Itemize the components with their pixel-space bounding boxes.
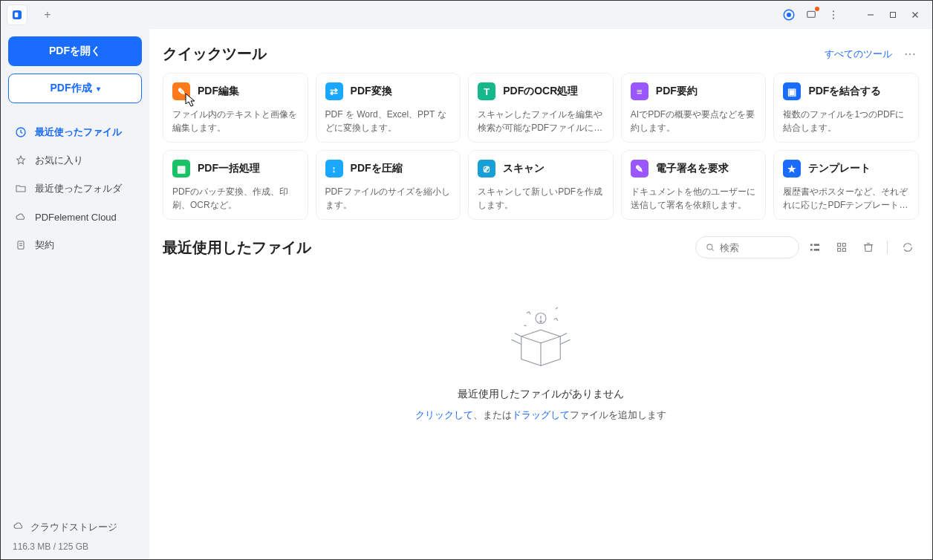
- cloud-storage-label: クラウドストレージ: [30, 521, 117, 534]
- quick-tools-title: クイックツール: [163, 44, 267, 64]
- svg-point-3: [787, 13, 791, 17]
- tool-card-title: PDFを圧縮: [351, 162, 403, 175]
- svg-point-7: [833, 18, 834, 19]
- recent-header: 最近使用したファイル: [163, 236, 919, 258]
- search-icon: [705, 242, 715, 253]
- tool-card-title: 電子署名を要求: [656, 162, 729, 175]
- sidebar: PDFを開く PDF作成 ▾ 最近使ったファイル お気に入り 最近使ったフォルダ…: [1, 29, 149, 559]
- tool-card-sign[interactable]: ✎電子署名を要求ドキュメントを他のユーザーに送信して署名を依頼します。: [621, 150, 767, 220]
- tool-card-desc: PDFのバッチ変換、作成、印刷、OCRなど。: [172, 185, 299, 212]
- tool-card-desc: ファイル内のテキストと画像を編集します。: [172, 108, 299, 134]
- tool-card-desc: AIでPDFの概要や要点などを要約します。: [631, 108, 757, 134]
- tool-card-title: PDF要約: [656, 85, 698, 98]
- tool-card-title: PDF一括処理: [198, 162, 260, 175]
- svg-rect-22: [838, 244, 841, 247]
- main: クイックツール すべてのツール ⋯ ✎PDF編集ファイル内のテキストと画像を編集…: [149, 29, 932, 559]
- sidebar-item-recent[interactable]: 最近使ったファイル: [8, 118, 142, 146]
- svg-rect-21: [814, 249, 819, 251]
- empty-sep: 、または: [473, 409, 512, 420]
- tool-card-template[interactable]: ★テンプレート履歴書やポスターなど、それぞれに応じたPDFテンプレート…: [773, 150, 919, 220]
- create-pdf-button[interactable]: PDF作成 ▾: [8, 74, 142, 103]
- merge-icon: ▣: [783, 82, 801, 100]
- drag-link[interactable]: ドラッグして: [512, 409, 570, 420]
- tool-card-batch[interactable]: ▦PDF一括処理PDFのバッチ変換、作成、印刷、OCRなど。: [163, 150, 308, 220]
- click-link[interactable]: クリックして: [415, 409, 473, 420]
- empty-message: 最近使用したファイルがありません: [458, 388, 624, 401]
- tool-card-title: スキャン: [503, 162, 544, 175]
- maximize-button[interactable]: [882, 4, 904, 26]
- help-icon[interactable]: [778, 4, 800, 26]
- sidebar-item-favorites[interactable]: お気に入り: [8, 146, 142, 175]
- sidebar-item-contracts[interactable]: 契約: [8, 231, 142, 259]
- app-logo[interactable]: [7, 4, 27, 25]
- cloud-storage-row[interactable]: クラウドストレージ: [8, 517, 142, 537]
- tool-card-title: PDF編集: [198, 85, 239, 98]
- cloud-usage: 116.3 MB / 125 GB: [8, 537, 142, 552]
- clock-icon: [14, 126, 27, 139]
- search-box[interactable]: [695, 236, 799, 258]
- search-input[interactable]: [720, 242, 779, 253]
- new-tab-button[interactable]: +: [36, 4, 59, 26]
- sidebar-item-label: 最近使ったフォルダ: [35, 182, 122, 195]
- tool-card-scan[interactable]: ⎚スキャンスキャンして新しいPDFを作成します。: [468, 150, 614, 220]
- folder-icon: [14, 182, 27, 195]
- empty-state: 最近使用したファイルがありません クリックして、またはドラッグしてファイルを追加…: [163, 266, 919, 422]
- edit-icon: ✎: [172, 82, 190, 100]
- all-tools-link[interactable]: すべてのツール: [825, 48, 892, 61]
- svg-rect-1: [15, 13, 19, 18]
- tool-card-desc: スキャンしたファイルを編集や検索が可能なPDFファイルに…: [478, 108, 604, 134]
- svg-line-17: [712, 249, 713, 250]
- empty-hint: クリックして、またはドラッグしてファイルを追加します: [415, 408, 666, 422]
- refresh-icon[interactable]: [897, 236, 919, 258]
- star-icon: [14, 154, 27, 167]
- kebab-menu-icon[interactable]: [822, 4, 845, 26]
- create-pdf-label: PDF作成: [51, 82, 92, 95]
- tool-card-summarize[interactable]: ≡PDF要約AIでPDFの概要や要点などを要約します。: [621, 73, 767, 143]
- svg-point-6: [833, 14, 834, 16]
- tool-card-desc: PDF を Word、Excel、PPT などに変換します。: [325, 108, 452, 134]
- divider: [887, 241, 888, 254]
- svg-rect-13: [18, 241, 24, 250]
- cloud-icon: [13, 520, 25, 534]
- tool-card-desc: スキャンして新しいPDFを作成します。: [478, 185, 604, 212]
- ocr-icon: T: [478, 82, 495, 100]
- notification-icon[interactable]: [800, 4, 822, 26]
- minimize-button[interactable]: [859, 4, 882, 26]
- empty-add: ファイルを追加します: [570, 409, 666, 420]
- list-view-icon[interactable]: [804, 236, 826, 258]
- svg-rect-4: [807, 11, 816, 17]
- batch-icon: ▦: [172, 160, 190, 178]
- tool-card-ocr[interactable]: TPDFのOCR処理スキャンしたファイルを編集や検索が可能なPDFファイルに…: [468, 73, 614, 143]
- svg-rect-9: [891, 13, 896, 18]
- svg-rect-18: [810, 244, 813, 246]
- summarize-icon: ≡: [631, 82, 648, 100]
- grid-view-icon[interactable]: [830, 236, 853, 258]
- convert-icon: ⇄: [325, 82, 343, 100]
- open-pdf-button[interactable]: PDFを開く: [8, 36, 142, 66]
- tool-card-edit[interactable]: ✎PDF編集ファイル内のテキストと画像を編集します。: [163, 73, 308, 143]
- tool-card-title: PDFを結合する: [808, 85, 881, 98]
- tool-card-convert[interactable]: ⇄PDF変換PDF を Word、Excel、PPT などに変換します。: [316, 73, 461, 143]
- titlebar: +: [1, 1, 932, 29]
- svg-point-30: [540, 321, 542, 322]
- svg-rect-20: [814, 244, 819, 246]
- sidebar-item-cloud[interactable]: PDFelement Cloud: [8, 203, 142, 231]
- sign-icon: ✎: [631, 160, 648, 178]
- delete-icon[interactable]: [857, 236, 880, 258]
- tool-card-merge[interactable]: ▣PDFを結合する複数のファイルを1つのPDFに結合します。: [773, 73, 919, 143]
- tool-card-desc: 複数のファイルを1つのPDFに結合します。: [783, 108, 909, 134]
- tool-card-desc: ドキュメントを他のユーザーに送信して署名を依頼します。: [631, 185, 757, 212]
- sidebar-item-label: PDFelement Cloud: [35, 212, 117, 223]
- svg-point-16: [707, 244, 712, 250]
- sidebar-item-recent-folders[interactable]: 最近使ったフォルダ: [8, 175, 142, 203]
- document-icon: [14, 238, 27, 252]
- chevron-down-icon: ▾: [97, 85, 100, 93]
- template-icon: ★: [783, 160, 801, 178]
- svg-rect-25: [842, 248, 845, 251]
- close-button[interactable]: [904, 4, 926, 26]
- more-icon[interactable]: ⋯: [901, 47, 919, 61]
- sidebar-item-label: 最近使ったファイル: [35, 126, 122, 139]
- tool-card-compress[interactable]: ↕PDFを圧縮PDFファイルのサイズを縮小します。: [316, 150, 461, 220]
- recent-title: 最近使用したファイル: [163, 238, 311, 258]
- empty-box-icon: [489, 296, 593, 377]
